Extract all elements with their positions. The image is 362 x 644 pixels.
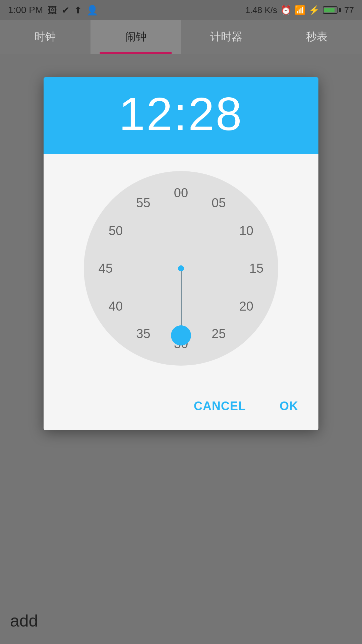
network-speed: 1.48 K/s [245, 5, 277, 15]
clock-num-25: 25 [212, 326, 226, 341]
dialog-header: 12:28 [44, 77, 318, 154]
clock-num-55: 55 [136, 196, 150, 210]
person-icon: 👤 [86, 5, 98, 16]
add-label: add [10, 611, 38, 631]
time-picker-dialog: 12:28 000510152025303540455055 CANCEL OK [44, 77, 318, 430]
clock-num-05: 05 [212, 196, 226, 210]
clock-num-45: 45 [99, 261, 113, 276]
usb-icon: ⬆ [74, 5, 82, 16]
tab-bar: 时钟 闹钟 计时器 秒表 [0, 20, 362, 54]
ok-button[interactable]: OK [273, 396, 305, 417]
clock-num-20: 20 [239, 299, 253, 313]
time-display: 12:28 [54, 91, 308, 138]
cancel-button[interactable]: CANCEL [187, 396, 253, 417]
clock-face-container: 000510152025303540455055 [54, 171, 308, 366]
time-minute: 28 [188, 88, 243, 140]
tab-timer[interactable]: 计时器 [181, 20, 272, 54]
tab-clock[interactable]: 时钟 [0, 20, 90, 54]
image-icon: 🖼 [48, 5, 57, 16]
status-bar: 1:00 PM 🖼 ✔ ⬆ 👤 1.48 K/s ⏰ 📶 ⚡ 77 [0, 0, 362, 20]
clock-num-50: 50 [109, 223, 123, 238]
signal-icon: 📶 [295, 5, 305, 15]
tab-alarm[interactable]: 闹钟 [90, 20, 181, 54]
status-left: 1:00 PM 🖼 ✔ ⬆ 👤 [8, 5, 98, 16]
clock-face[interactable]: 000510152025303540455055 [84, 171, 278, 366]
clock-num-35: 35 [136, 326, 150, 341]
clock-num-00: 00 [174, 186, 188, 200]
battery-percent: 77 [344, 5, 354, 15]
tab-stopwatch[interactable]: 秒表 [272, 20, 362, 54]
clock-num-40: 40 [109, 299, 123, 313]
dialog-footer: CANCEL OK [44, 389, 318, 430]
clock-thumb-indicator[interactable] [171, 325, 191, 345]
battery-indicator [323, 6, 341, 14]
clock-num-10: 10 [239, 223, 253, 238]
time-hour: 12 [119, 88, 174, 140]
lightning-icon: ⚡ [309, 5, 319, 15]
clock-center-dot [178, 265, 184, 271]
time-separator: : [174, 88, 188, 140]
dialog-body: 000510152025303540455055 [44, 154, 318, 389]
clock-num-15: 15 [249, 261, 263, 276]
status-right: 1.48 K/s ⏰ 📶 ⚡ 77 [245, 5, 354, 15]
alarm-icon: ⏰ [281, 5, 291, 15]
check-circle-icon: ✔ [62, 5, 69, 16]
status-time: 1:00 PM [8, 5, 43, 15]
